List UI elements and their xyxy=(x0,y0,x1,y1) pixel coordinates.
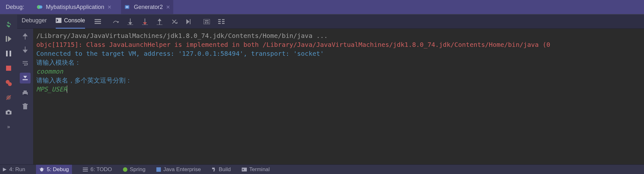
svg-point-10 xyxy=(8,82,12,86)
svg-rect-37 xyxy=(207,22,209,23)
svg-rect-18 xyxy=(95,19,101,20)
svg-rect-8 xyxy=(6,66,11,71)
step-into-icon[interactable] xyxy=(126,18,134,25)
svg-rect-7 xyxy=(10,51,11,56)
scroll-down-icon[interactable] xyxy=(21,46,29,54)
console-line-input-table: MPS_USER xyxy=(36,85,67,93)
console-line-connected: Connected to the target VM, address: '12… xyxy=(36,50,324,57)
svg-rect-16 xyxy=(56,18,61,23)
svg-rect-4 xyxy=(6,36,7,42)
svg-marker-47 xyxy=(23,50,28,53)
toolwin-spring[interactable]: Spring xyxy=(123,166,146,173)
force-step-into-icon[interactable] xyxy=(141,18,149,25)
svg-point-63 xyxy=(123,167,127,172)
svg-rect-20 xyxy=(95,23,101,24)
soft-wrap-icon[interactable] xyxy=(21,59,29,67)
svg-rect-14 xyxy=(7,110,10,111)
svg-rect-54 xyxy=(23,105,27,109)
debug-tab-mybatisplus[interactable]: MybatisplusApplication ✕ xyxy=(33,0,115,14)
svg-rect-60 xyxy=(83,168,88,168)
console-line-objc: objc[11715]: Class JavaLaunchHelper is i… xyxy=(36,41,550,48)
svg-rect-53 xyxy=(24,94,27,96)
print-icon[interactable] xyxy=(21,89,29,97)
svg-point-57 xyxy=(40,168,43,171)
console-line-prompt-module: 请输入模块名： xyxy=(36,59,81,66)
debug-header: Debug: MybatisplusApplication ✕ Generato… xyxy=(0,0,644,14)
view-breakpoints-icon[interactable] xyxy=(5,79,12,87)
svg-rect-6 xyxy=(6,51,8,56)
debug-toolbar: Debugger Console xyxy=(17,15,644,29)
svg-point-1 xyxy=(39,5,42,9)
svg-rect-36 xyxy=(205,22,206,23)
tab-console[interactable]: Console xyxy=(56,15,85,29)
run-config-icon xyxy=(36,4,43,10)
svg-marker-32 xyxy=(186,19,190,24)
debug-label: Debug: xyxy=(6,4,24,11)
svg-rect-42 xyxy=(222,21,225,22)
hammer-icon xyxy=(212,167,216,172)
drop-frame-icon[interactable] xyxy=(170,18,178,25)
clear-all-icon[interactable] xyxy=(21,103,29,110)
svg-marker-23 xyxy=(128,22,132,25)
stop-icon[interactable] xyxy=(5,64,12,72)
svg-rect-34 xyxy=(204,19,210,24)
step-over-icon[interactable] xyxy=(112,18,119,25)
tab-label: MybatisplusApplication xyxy=(46,4,104,11)
toolwin-terminal[interactable]: Terminal xyxy=(242,166,270,173)
resume-icon[interactable] xyxy=(5,35,12,43)
terminal-icon xyxy=(242,168,247,171)
svg-rect-56 xyxy=(24,103,26,104)
svg-marker-29 xyxy=(158,18,161,21)
close-icon[interactable]: ✕ xyxy=(107,4,111,10)
svg-marker-26 xyxy=(143,22,147,25)
run-to-cursor-icon[interactable] xyxy=(185,18,193,25)
debug-tab-generator2[interactable]: Generator2 ✕ xyxy=(121,0,173,14)
svg-marker-49 xyxy=(23,76,27,78)
svg-rect-35 xyxy=(205,20,209,21)
execution-rail: » xyxy=(0,15,17,164)
svg-point-15 xyxy=(7,112,10,114)
tab-debugger[interactable]: Debugger xyxy=(22,15,47,29)
svg-rect-38 xyxy=(218,19,221,20)
console-tool-rail xyxy=(17,29,33,164)
step-out-icon[interactable] xyxy=(156,18,163,25)
toolwin-java-enterprise[interactable]: Java Enterprise xyxy=(156,166,201,173)
toolwin-todo[interactable]: 6: TODO xyxy=(83,166,112,173)
toolwin-build[interactable]: Build xyxy=(212,166,231,173)
mute-breakpoints-icon[interactable] xyxy=(5,94,12,101)
console-line-jvm: /Library/Java/JavaVirtualMachines/jdk1.8… xyxy=(36,32,328,40)
trace-current-stream-icon[interactable] xyxy=(218,18,225,25)
svg-rect-66 xyxy=(213,169,215,171)
scroll-to-end-icon[interactable] xyxy=(20,73,31,83)
toolwin-debug[interactable]: 5: Debug xyxy=(36,165,72,174)
svg-rect-43 xyxy=(222,23,225,24)
svg-marker-44 xyxy=(23,33,28,36)
spring-icon xyxy=(123,167,127,172)
svg-rect-61 xyxy=(83,169,88,170)
list-icon xyxy=(83,168,88,171)
pause-icon[interactable] xyxy=(5,50,12,57)
bug-icon xyxy=(39,167,44,172)
svg-marker-31 xyxy=(175,22,177,24)
tool-window-bar: ▶ 4: Run 5: Debug 6: TODO Spring Java En… xyxy=(0,164,644,174)
rerun-icon[interactable] xyxy=(5,20,12,28)
console-line-prompt-table: 请输入表名，多个英文逗号分割： xyxy=(36,76,132,84)
thread-list-icon[interactable] xyxy=(94,18,102,25)
console-line-input-module: coommon xyxy=(36,68,63,75)
svg-rect-64 xyxy=(156,167,161,172)
close-icon[interactable]: ✕ xyxy=(166,4,170,10)
toolwin-run[interactable]: ▶ 4: Run xyxy=(3,166,25,173)
jee-icon xyxy=(156,167,161,172)
evaluate-expression-icon[interactable] xyxy=(203,18,211,25)
run-config-icon xyxy=(124,4,131,10)
camera-icon[interactable] xyxy=(5,108,12,116)
svg-rect-19 xyxy=(95,21,101,22)
more-icon[interactable]: » xyxy=(5,123,12,131)
svg-marker-5 xyxy=(8,36,11,42)
svg-marker-48 xyxy=(24,64,25,66)
console-output[interactable]: /Library/Java/JavaVirtualMachines/jdk1.8… xyxy=(33,29,644,164)
svg-rect-3 xyxy=(126,6,128,8)
run-icon: ▶ xyxy=(3,166,7,172)
svg-rect-67 xyxy=(242,168,247,171)
scroll-up-icon[interactable] xyxy=(21,33,29,40)
